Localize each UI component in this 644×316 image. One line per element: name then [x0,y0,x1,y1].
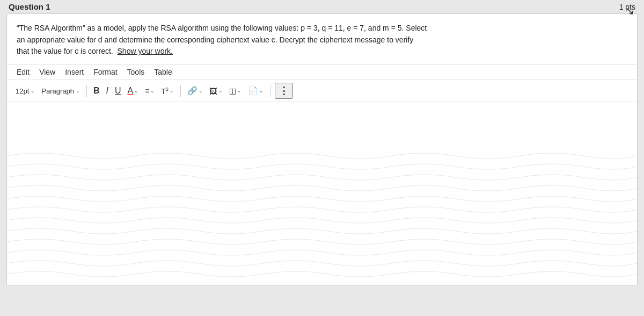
overflow-icon: ⋮ [279,85,289,96]
more-options-chevron: ⌄ [237,88,241,94]
superscript-dropdown[interactable]: T2 ⌄ [159,85,176,97]
italic-icon: I [106,86,108,96]
menu-bar: Edit View Insert Format Tools Table [7,64,637,80]
superscript-chevron: ⌄ [170,88,174,94]
underline-icon: U [115,86,121,96]
question-line-3: that the value for c is correct. Show yo… [17,46,627,58]
question-text: “The RSA Algorithm” as a model, apply th… [7,14,637,64]
background-waves: .wave { fill: none; stroke: #888; stroke… [7,145,637,285]
show-work-link[interactable]: Show your work. [118,47,173,55]
menu-tools[interactable]: Tools [127,68,145,76]
font-color-dropdown[interactable]: A ⌄ [126,85,141,97]
link-chevron: ⌄ [199,88,203,94]
table-dropdown[interactable]: 📄 ⌄ [246,85,266,97]
separator-2 [180,85,181,97]
indent-chevron: ⌄ [150,88,155,94]
question-title: Question 1 [9,2,50,11]
indent-icon: ≡ [145,87,149,95]
menu-table[interactable]: Table [154,68,172,76]
menu-insert[interactable]: Insert [65,68,84,76]
bold-button[interactable]: B [91,85,102,97]
paragraph-chevron: ⌄ [76,88,80,94]
menu-view[interactable]: View [39,68,55,76]
cursor-arrow-icon: ↙ [625,4,634,17]
more-options-dropdown[interactable]: ◫ ⌄ [227,85,244,96]
font-size-value: 12pt [16,87,29,95]
question-line-2: an appropriate value for d and determine… [17,34,627,46]
more-options-icon: ◫ [229,87,236,95]
separator-3 [270,85,270,97]
page-container: Question 1 1 pts “The RSA Algorithm” as … [0,0,644,316]
image-dropdown[interactable]: 🖼 ⌄ [207,85,225,97]
main-content: “The RSA Algorithm” as a model, apply th… [6,13,638,285]
table-icon: 📄 [248,86,258,96]
font-size-chevron: ⌄ [31,88,35,94]
editor-area[interactable]: .wave { fill: none; stroke: #888; stroke… [7,102,637,285]
paragraph-style-dropdown[interactable]: Paragraph ⌄ [39,86,82,96]
question-line-1: “The RSA Algorithm” as a model, apply th… [17,23,627,34]
toolbar: 12pt ⌄ Paragraph ⌄ B I U A [7,80,637,102]
image-icon: 🖼 [209,87,217,96]
separator-1 [86,85,87,97]
link-dropdown[interactable]: 🔗 ⌄ [185,85,205,97]
bold-icon: B [93,86,100,96]
image-chevron: ⌄ [218,88,223,94]
font-size-dropdown[interactable]: 12pt ⌄ [13,86,37,96]
italic-button[interactable]: I [104,85,111,97]
menu-format[interactable]: Format [93,68,117,76]
font-color-chevron: ⌄ [134,88,138,94]
overflow-menu-button[interactable]: ⋮ [275,83,293,99]
superscript-t-icon: T2 [161,87,169,96]
font-color-a-icon: A [128,86,134,96]
link-icon: 🔗 [187,86,197,96]
underline-button[interactable]: U [113,85,123,97]
header-bar: Question 1 1 pts [0,0,644,13]
table-chevron: ⌄ [259,88,264,94]
menu-edit[interactable]: Edit [17,68,30,76]
indent-dropdown[interactable]: ≡ ⌄ [143,85,157,96]
paragraph-label: Paragraph [41,87,74,95]
